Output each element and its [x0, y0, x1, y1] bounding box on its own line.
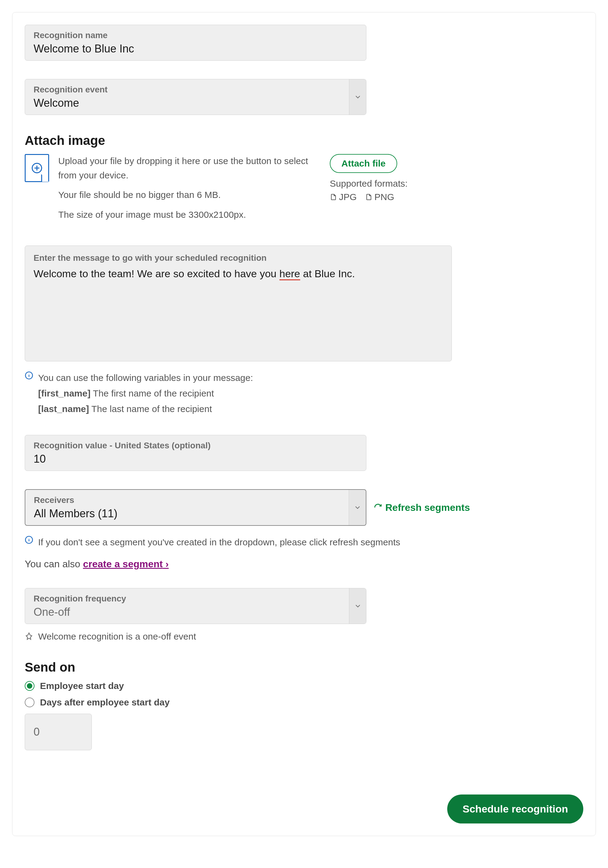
- receivers-hint-note: If you don't see a segment you've create…: [25, 534, 583, 550]
- attach-image-heading: Attach image: [25, 133, 583, 148]
- spellcheck-flag: here: [279, 268, 300, 280]
- recognition-name-value: Welcome to Blue Inc: [34, 42, 358, 56]
- days-after-field[interactable]: 0: [25, 714, 92, 750]
- recognition-frequency-select[interactable]: Recognition frequency One-off: [25, 588, 366, 624]
- chevron-down-icon: [349, 490, 366, 525]
- format-jpg: JPG: [330, 192, 357, 202]
- radio-employee-start-day[interactable]: Employee start day: [25, 681, 583, 691]
- upload-file-icon: [25, 154, 49, 182]
- receivers-select[interactable]: Receivers All Members (11): [25, 489, 366, 526]
- variables-intro: You can use the following variables in y…: [38, 370, 253, 386]
- recognition-frequency-label: Recognition frequency: [34, 594, 340, 604]
- attach-file-button[interactable]: Attach file: [330, 154, 397, 173]
- schedule-recognition-button[interactable]: Schedule recognition: [447, 795, 583, 823]
- radio-days-after-start[interactable]: Days after employee start day: [25, 697, 583, 708]
- receivers-label: Receivers: [34, 495, 340, 505]
- recognition-value-field[interactable]: Recognition value - United States (optio…: [25, 435, 366, 471]
- info-icon: [25, 536, 33, 545]
- receivers-value: All Members (11): [34, 507, 340, 520]
- supported-formats-list: JPG PNG: [330, 192, 408, 202]
- supported-formats-label: Supported formats:: [330, 178, 408, 189]
- attach-image-instructions: Upload your file by dropping it here or …: [58, 154, 315, 227]
- frequency-note: Welcome recognition is a one-off event: [25, 631, 583, 642]
- recognition-name-label: Recognition name: [34, 31, 358, 40]
- message-label: Enter the message to go with your schedu…: [34, 253, 443, 263]
- variable-first-name: [first_name]: [38, 388, 91, 398]
- recognition-message-textarea[interactable]: Enter the message to go with your schedu…: [25, 245, 452, 361]
- variables-info-note: You can use the following variables in y…: [25, 370, 583, 417]
- recognition-event-value: Welcome: [34, 96, 340, 110]
- attach-hint-3: The size of your image must be 3300x2100…: [58, 208, 315, 222]
- create-segment-hint: You can also create a segment: [25, 558, 583, 570]
- pin-icon: [25, 632, 33, 641]
- refresh-icon: [374, 503, 382, 512]
- receivers-hint-text: If you don't see a segment you've create…: [38, 534, 400, 550]
- radio-icon: [25, 698, 34, 707]
- radio-icon: [25, 681, 34, 691]
- chevron-down-icon: [349, 588, 366, 624]
- recognition-value-value: 10: [34, 452, 358, 466]
- refresh-segments-button[interactable]: Refresh segments: [374, 502, 470, 513]
- chevron-down-icon: [349, 79, 366, 115]
- attach-hint-2: Your file should be no bigger than 6 MB.: [58, 188, 315, 202]
- info-icon: [25, 371, 33, 381]
- create-segment-link[interactable]: create a segment: [83, 558, 169, 569]
- radio-label-start-day: Employee start day: [40, 681, 124, 691]
- recognition-frequency-value: One-off: [34, 605, 340, 619]
- message-value: Welcome to the team! We are so excited t…: [34, 267, 443, 281]
- recognition-name-field[interactable]: Recognition name Welcome to Blue Inc: [25, 25, 366, 61]
- recognition-value-label: Recognition value - United States (optio…: [34, 441, 358, 451]
- variable-last-name: [last_name]: [38, 404, 89, 414]
- recognition-form-card: Recognition name Welcome to Blue Inc Rec…: [12, 12, 596, 836]
- attach-hint-1: Upload your file by dropping it here or …: [58, 154, 315, 182]
- days-after-value: 0: [34, 725, 40, 738]
- send-on-heading: Send on: [25, 660, 583, 675]
- radio-label-days-after: Days after employee start day: [40, 697, 170, 708]
- recognition-event-label: Recognition event: [34, 85, 340, 95]
- recognition-event-select[interactable]: Recognition event Welcome: [25, 79, 366, 115]
- format-png: PNG: [365, 192, 394, 202]
